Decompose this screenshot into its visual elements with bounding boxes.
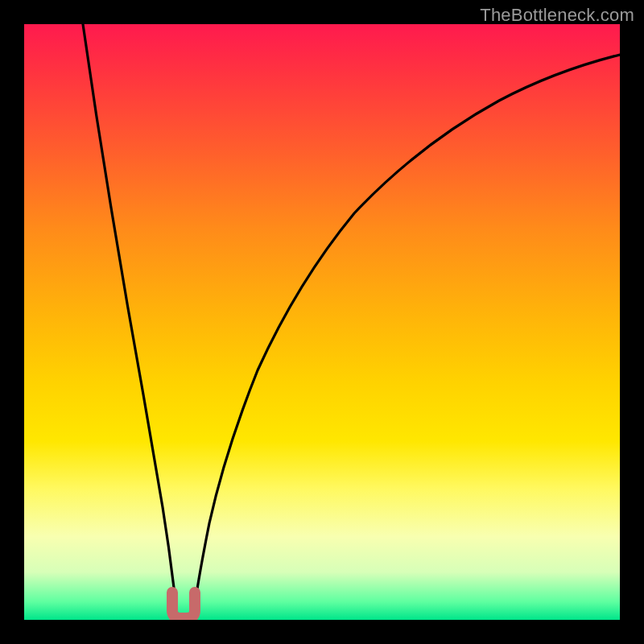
bottleneck-curve-right	[193, 55, 620, 616]
optimal-marker-icon	[172, 592, 195, 618]
chart-frame: TheBottleneck.com	[0, 0, 644, 644]
curve-svg	[24, 24, 620, 620]
plot-area	[24, 24, 620, 620]
watermark-text: TheBottleneck.com	[480, 5, 634, 26]
bottleneck-curve-left	[83, 24, 177, 616]
